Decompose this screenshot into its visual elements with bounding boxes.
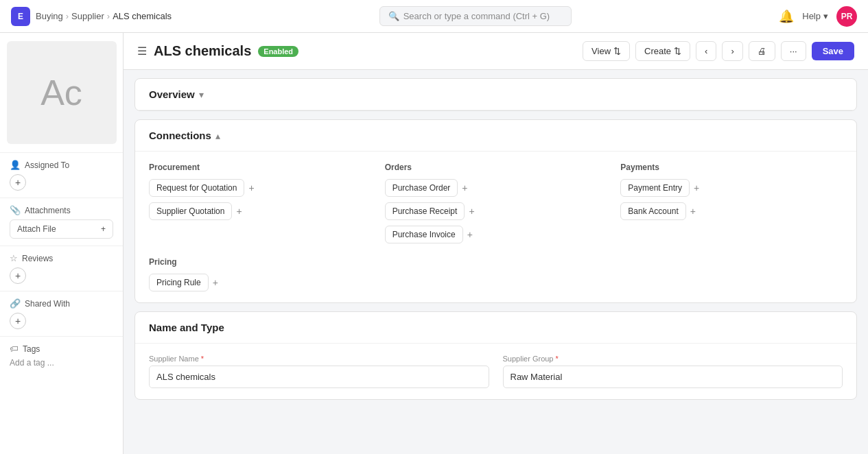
help-button[interactable]: Help ▾ xyxy=(802,11,828,21)
hamburger-button[interactable]: ☰ xyxy=(137,45,147,58)
add-purchase-invoice-button[interactable]: + xyxy=(467,229,473,240)
overview-section: Overview ▾ xyxy=(134,78,857,111)
add-purchase-receipt-button[interactable]: + xyxy=(469,206,474,217)
attach-file-button[interactable]: Attach File + xyxy=(10,219,113,239)
add-bank-account-button[interactable]: + xyxy=(690,206,696,217)
page-title: ALS chemicals xyxy=(154,43,251,59)
reviews-label: Reviews xyxy=(22,254,53,263)
save-button[interactable]: Save xyxy=(812,42,854,60)
supplier-name-input[interactable] xyxy=(149,366,489,388)
orders-tags: Purchase Order + Purchase Receipt + xyxy=(385,179,607,243)
reviews-section: ☆ Reviews + xyxy=(0,246,123,291)
supplier-group-field: Supplier Group * xyxy=(503,355,843,388)
search-placeholder: Search or type a command (Ctrl + G) xyxy=(403,11,550,21)
add-shared-with-button[interactable]: + xyxy=(10,313,26,329)
app-icon[interactable]: E xyxy=(11,7,30,26)
payments-group: Payments Payment Entry + Bank Account xyxy=(620,163,843,243)
supplier-quotation-tag[interactable]: Supplier Quotation xyxy=(149,202,232,220)
breadcrumb-buying[interactable]: Buying xyxy=(36,11,63,21)
avatar[interactable]: PR xyxy=(836,6,857,27)
add-tag-link[interactable]: Add a tag ... xyxy=(10,358,113,368)
assigned-to-section: 👤 Assigned To + xyxy=(0,152,123,198)
supplier-name-field: Supplier Name * xyxy=(149,355,489,388)
attachments-section: 📎 Attachments Attach File + xyxy=(0,198,123,246)
purchase-receipt-tag[interactable]: Purchase Receipt xyxy=(385,202,465,220)
star-icon: ☆ xyxy=(10,253,18,263)
assigned-to-label: Assigned To xyxy=(25,160,69,170)
breadcrumb-current: ALS chemicals xyxy=(113,11,172,21)
view-button[interactable]: View ⇅ xyxy=(583,41,630,61)
status-badge: Enabled xyxy=(258,46,298,57)
prev-button[interactable]: ‹ xyxy=(696,41,716,61)
view-chevron-icon: ⇅ xyxy=(613,46,621,56)
orders-group: Orders Purchase Order + Purchase Receip xyxy=(385,163,607,243)
supplier-avatar: Ac xyxy=(7,41,117,144)
add-pricing-rule-button[interactable]: + xyxy=(213,277,218,288)
purchase-order-tag[interactable]: Purchase Order xyxy=(385,179,458,197)
bank-account-tag[interactable]: Bank Account xyxy=(620,202,685,220)
shared-with-label: Shared With xyxy=(25,299,70,309)
name-type-form-row: Supplier Name * Supplier Group * xyxy=(149,355,843,388)
notifications-button[interactable]: 🔔 xyxy=(779,9,794,24)
supplier-name-label: Supplier Name * xyxy=(149,355,489,363)
add-assigned-to-button[interactable]: + xyxy=(10,174,26,191)
connections-header[interactable]: Connections ▴ xyxy=(135,120,856,152)
connections-grid: Procurement Request for Quotation + Sup xyxy=(149,163,843,243)
shared-with-section: 🔗 Shared With + xyxy=(0,291,123,336)
connections-toggle-icon: ▴ xyxy=(215,130,220,141)
add-supplier-quotation-button[interactable]: + xyxy=(236,206,242,217)
connections-title: Connections xyxy=(149,130,211,141)
page-header: ☰ ALS chemicals Enabled View ⇅ Create ⇅ … xyxy=(124,33,868,70)
procurement-title: Procurement xyxy=(149,163,371,172)
procurement-group: Procurement Request for Quotation + Sup xyxy=(149,163,371,243)
supplier-group-label: Supplier Group * xyxy=(503,355,843,363)
add-request-for-quotation-button[interactable]: + xyxy=(248,182,254,193)
attach-plus-icon: + xyxy=(101,224,106,234)
paperclip-icon: 📎 xyxy=(10,205,21,215)
name-and-type-header[interactable]: Name and Type xyxy=(135,312,856,344)
tag-icon: 🏷 xyxy=(10,344,19,354)
procurement-tags: Request for Quotation + Supplier Quotati… xyxy=(149,179,371,220)
add-purchase-order-button[interactable]: + xyxy=(462,182,467,193)
name-and-type-title: Name and Type xyxy=(149,322,224,333)
overview-header[interactable]: Overview ▾ xyxy=(135,79,856,110)
name-and-type-section: Name and Type Supplier Name * Supplier G… xyxy=(134,311,857,400)
request-for-quotation-tag[interactable]: Request for Quotation xyxy=(149,179,244,197)
tags-section: 🏷 Tags Add a tag ... xyxy=(0,336,123,374)
search-icon: 🔍 xyxy=(388,11,399,21)
overview-toggle-icon: ▾ xyxy=(199,89,204,100)
breadcrumb-supplier[interactable]: Supplier xyxy=(71,11,104,21)
more-options-button[interactable]: ··· xyxy=(781,41,806,61)
add-review-button[interactable]: + xyxy=(10,267,26,284)
tags-label: Tags xyxy=(23,344,40,354)
person-icon: 👤 xyxy=(10,160,21,170)
next-button[interactable]: › xyxy=(722,41,742,61)
sidebar: Ac 👤 Assigned To + 📎 Attachments Attach … xyxy=(0,33,124,454)
connections-section: Connections ▴ Procurement Request for Qu… xyxy=(134,119,857,303)
pricing-title: Pricing xyxy=(149,257,843,267)
breadcrumb: Buying › Supplier › ALS chemicals xyxy=(36,11,172,21)
orders-title: Orders xyxy=(385,163,607,172)
payment-entry-tag[interactable]: Payment Entry xyxy=(620,179,690,197)
chevron-down-icon: ▾ xyxy=(823,11,828,21)
pricing-subsection: Pricing Pricing Rule + xyxy=(149,257,843,291)
payments-title: Payments xyxy=(620,163,843,172)
search-bar[interactable]: 🔍 Search or type a command (Ctrl + G) xyxy=(379,6,572,26)
supplier-group-input[interactable] xyxy=(503,366,843,388)
payments-tags: Payment Entry + Bank Account + xyxy=(620,179,843,220)
attachments-label: Attachments xyxy=(25,206,71,215)
print-button[interactable]: 🖨 xyxy=(749,41,775,61)
purchase-invoice-tag[interactable]: Purchase Invoice xyxy=(385,226,463,243)
create-chevron-icon: ⇅ xyxy=(674,46,681,56)
overview-title: Overview xyxy=(149,88,195,100)
create-button[interactable]: Create ⇅ xyxy=(635,41,690,61)
add-payment-entry-button[interactable]: + xyxy=(694,182,699,193)
pricing-rule-tag[interactable]: Pricing Rule xyxy=(149,274,209,291)
share-icon: 🔗 xyxy=(10,298,21,309)
main-content: ☰ ALS chemicals Enabled View ⇅ Create ⇅ … xyxy=(124,33,868,454)
